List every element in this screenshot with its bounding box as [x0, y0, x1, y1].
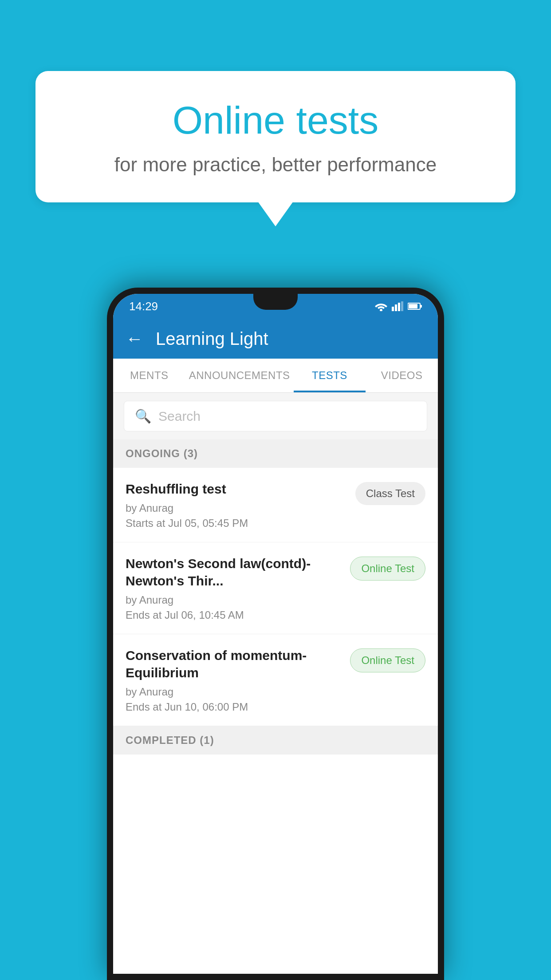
test-date-1: Starts at Jul 05, 05:45 PM: [126, 517, 346, 530]
phone-screen: 14:29: [113, 294, 438, 974]
test-item-3[interactable]: Conservation of momentum-Equilibrium by …: [113, 634, 438, 726]
svg-rect-2: [398, 303, 400, 311]
promo-bubble: Online tests for more practice, better p…: [35, 71, 516, 226]
test-item-1[interactable]: Reshuffling test by Anurag Starts at Jul…: [113, 468, 438, 542]
bubble-box: Online tests for more practice, better p…: [35, 71, 516, 202]
phone-frame: 14:29: [107, 288, 444, 980]
search-bar: 🔍 Search: [113, 393, 438, 439]
tab-videos[interactable]: VIDEOS: [366, 359, 438, 392]
phone-notch: [253, 294, 298, 310]
test-info-1: Reshuffling test by Anurag Starts at Jul…: [126, 480, 346, 530]
app-title: Learning Light: [156, 329, 268, 349]
status-time: 14:29: [129, 300, 158, 313]
test-date-3: Ends at Jun 10, 06:00 PM: [126, 701, 341, 713]
test-by-2: by Anurag: [126, 594, 341, 606]
test-date-2: Ends at Jul 06, 10:45 AM: [126, 609, 341, 621]
test-by-3: by Anurag: [126, 686, 341, 698]
bubble-title: Online tests: [71, 98, 480, 143]
tab-ments[interactable]: MENTS: [113, 359, 185, 392]
signal-icon: [392, 301, 403, 311]
tab-bar: MENTS ANNOUNCEMENTS TESTS VIDEOS: [113, 359, 438, 393]
test-info-3: Conservation of momentum-Equilibrium by …: [126, 647, 341, 713]
search-input-wrap[interactable]: 🔍 Search: [124, 401, 427, 431]
svg-rect-1: [395, 304, 397, 311]
ongoing-section-header: ONGOING (3): [113, 439, 438, 468]
svg-rect-6: [409, 304, 417, 308]
test-name-3: Conservation of momentum-Equilibrium: [126, 647, 341, 681]
tab-tests[interactable]: TESTS: [294, 359, 366, 392]
svg-rect-0: [392, 307, 394, 311]
status-icons: [375, 301, 422, 311]
app-bar: ← Learning Light: [113, 319, 438, 359]
test-info-2: Newton's Second law(contd)-Newton's Thir…: [126, 555, 341, 621]
test-by-1: by Anurag: [126, 502, 346, 514]
battery-icon: [408, 302, 422, 310]
back-button[interactable]: ←: [126, 329, 143, 349]
test-name-2: Newton's Second law(contd)-Newton's Thir…: [126, 555, 341, 589]
wifi-icon: [375, 301, 387, 311]
svg-rect-3: [401, 301, 403, 311]
test-list: Reshuffling test by Anurag Starts at Jul…: [113, 468, 438, 974]
test-name-1: Reshuffling test: [126, 480, 346, 498]
search-icon: 🔍: [135, 408, 151, 424]
test-badge-2: Online Test: [350, 557, 425, 581]
bubble-pointer: [258, 202, 293, 226]
test-badge-3: Online Test: [350, 648, 425, 672]
completed-section-header: COMPLETED (1): [113, 726, 438, 755]
bubble-subtitle: for more practice, better performance: [71, 154, 480, 176]
test-badge-1: Class Test: [355, 482, 425, 505]
svg-rect-5: [420, 305, 422, 308]
tab-announcements[interactable]: ANNOUNCEMENTS: [185, 359, 294, 392]
search-placeholder-text: Search: [158, 409, 201, 424]
test-item-2[interactable]: Newton's Second law(contd)-Newton's Thir…: [113, 542, 438, 634]
